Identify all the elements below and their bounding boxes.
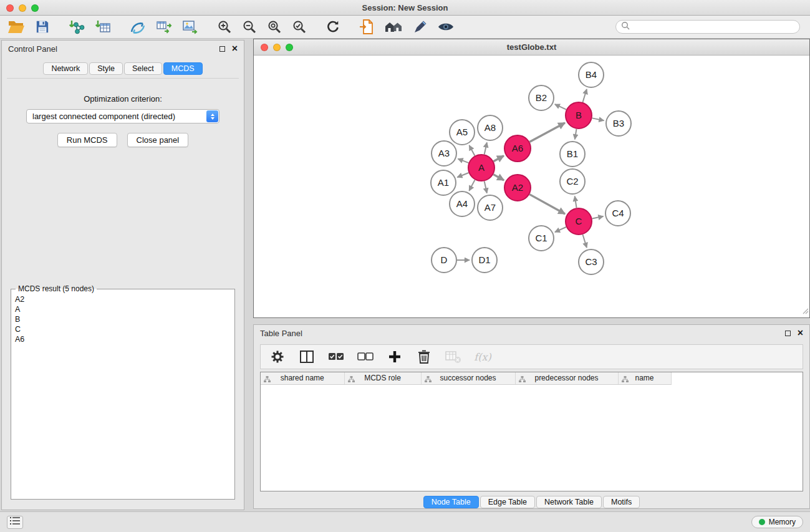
close-window-button[interactable]	[261, 44, 268, 51]
control-tab-network[interactable]: Network	[43, 62, 88, 75]
select-all-rows-button[interactable]	[327, 347, 345, 366]
graph-edge-A-A4[interactable]	[469, 180, 475, 190]
open-folder-button[interactable]	[7, 18, 26, 36]
zoom-selected-button[interactable]	[291, 18, 307, 36]
control-tab-select[interactable]: Select	[124, 62, 162, 75]
column-sort-icon	[519, 375, 526, 384]
export-image-icon	[182, 19, 198, 34]
graph-node-A4[interactable]: A4	[450, 191, 475, 216]
window-resize-grip[interactable]	[801, 306, 809, 317]
graph-node-B2[interactable]: B2	[529, 85, 554, 110]
graph-node-A6[interactable]: A6	[504, 135, 531, 162]
save-session-button[interactable]	[34, 18, 51, 36]
graph-node-B3[interactable]: B3	[606, 111, 631, 136]
graph-edge-A-A8[interactable]	[485, 142, 487, 154]
graph-edge-B-B4[interactable]	[582, 89, 586, 102]
graph-edge-B-B2[interactable]	[555, 104, 566, 110]
refresh-view-button[interactable]	[325, 18, 341, 36]
annotation-pen-button[interactable]	[412, 18, 428, 36]
zoom-fit-button[interactable]	[266, 18, 282, 36]
graph-edge-A-A3[interactable]	[458, 159, 468, 163]
graph-edge-A6-B[interactable]	[529, 123, 565, 142]
toolbar-group	[359, 18, 455, 36]
home-button[interactable]	[383, 18, 403, 36]
control-tab-mcds[interactable]: MCDS	[163, 62, 203, 75]
graph-edge-A2-C[interactable]	[529, 195, 565, 214]
export-image-button[interactable]	[181, 18, 199, 36]
graph-node-C3[interactable]: C3	[579, 249, 604, 274]
graph-edge-A-A6[interactable]	[493, 156, 504, 162]
graph-node-B1[interactable]: B1	[560, 142, 585, 167]
search-input[interactable]	[633, 22, 794, 31]
close-panel-button[interactable]: ×	[232, 46, 238, 52]
float-panel-button[interactable]	[785, 331, 791, 336]
column-header-label: MCDS role	[345, 374, 421, 382]
graph-node-C4[interactable]: C4	[605, 201, 630, 226]
show-panels-button[interactable]	[7, 516, 23, 529]
graph-node-A1[interactable]: A1	[431, 170, 456, 195]
column-header-successor-nodes[interactable]: successor nodes	[421, 372, 515, 384]
add-column-button[interactable]	[385, 347, 404, 366]
graph-edge-A-A1[interactable]	[457, 173, 468, 177]
new-network-button[interactable]	[129, 18, 147, 36]
zoom-window-button[interactable]	[31, 4, 39, 12]
table-tab-motifs[interactable]: Motifs	[603, 496, 640, 508]
zoom-window-button[interactable]	[286, 44, 293, 51]
minimize-window-button[interactable]	[273, 44, 281, 51]
graph-node-A8[interactable]: A8	[478, 115, 503, 140]
table-tab-network-table[interactable]: Network Table	[536, 496, 602, 508]
column-header-MCDS-role[interactable]: MCDS role	[344, 372, 421, 384]
zoom-in-button[interactable]	[216, 18, 233, 36]
graph-node-C2[interactable]: C2	[560, 169, 585, 194]
float-panel-button[interactable]	[219, 46, 225, 52]
import-network-from-file-button[interactable]	[68, 18, 85, 36]
graph-node-C1[interactable]: C1	[529, 226, 554, 251]
graph-edge-C-C1[interactable]	[555, 227, 566, 232]
graph-node-A2[interactable]: A2	[504, 175, 531, 201]
network-canvas[interactable]: B4B2BB3A5A8A6B1A3AC2A1A2A4A7C4CC1C3DD1	[254, 56, 809, 317]
graph-edge-C-C4[interactable]	[592, 216, 604, 219]
delete-selected-button[interactable]	[415, 347, 433, 366]
memory-button[interactable]: Memory	[751, 516, 803, 528]
settings-gear-button[interactable]	[268, 347, 287, 366]
graph-edge-C-C2[interactable]	[575, 196, 577, 208]
graph-edge-B-B1[interactable]	[575, 129, 577, 140]
close-panel-button[interactable]: ×	[798, 330, 803, 336]
table-tab-edge-table[interactable]: Edge Table	[480, 496, 535, 508]
graph-node-C[interactable]: C	[566, 208, 592, 235]
graph-node-D1[interactable]: D1	[472, 248, 497, 273]
window-title: Session: New Session	[0, 0, 810, 16]
minimize-window-button[interactable]	[19, 4, 26, 12]
graph-node-A7[interactable]: A7	[478, 195, 503, 220]
column-header-name[interactable]: name	[618, 372, 671, 384]
clone-table-button[interactable]	[155, 18, 173, 36]
graph-node-A3[interactable]: A3	[432, 141, 456, 166]
graph-node-A5[interactable]: A5	[450, 120, 475, 145]
graph-node-A[interactable]: A	[468, 155, 494, 181]
import-table-from-file-button[interactable]	[94, 18, 112, 36]
graph-edge-A-A7[interactable]	[485, 181, 487, 193]
zoom-out-button[interactable]	[241, 18, 258, 36]
graph-edge-C-C3[interactable]	[582, 235, 586, 248]
mcds-result-box: MCDS result (5 nodes) A2ABCA6	[11, 284, 235, 500]
graph-node-label: A7	[485, 202, 496, 213]
column-header-predecessor-nodes[interactable]: predecessor nodes	[515, 372, 618, 384]
network-graph-svg[interactable]: B4B2BB3A5A8A6B1A3AC2A1A2A4A7C4CC1C3DD1	[254, 56, 809, 317]
graph-node-B[interactable]: B	[566, 102, 592, 128]
graph-edge-A-A5[interactable]	[469, 145, 475, 156]
table-tab-node-table[interactable]: Node Table	[423, 496, 479, 508]
graph-node-B4[interactable]: B4	[579, 62, 604, 87]
control-tab-style[interactable]: Style	[89, 62, 123, 75]
optimization-dropdown[interactable]: largest connected component (directed)	[26, 109, 219, 123]
run-mcds-button[interactable]: Run MCDS	[57, 133, 117, 147]
close-panel-button[interactable]: Close panel	[127, 133, 189, 147]
graph-edge-A-A2[interactable]	[493, 175, 504, 180]
column-header-shared-name[interactable]: shared name	[261, 372, 344, 384]
export-document-button[interactable]	[359, 18, 375, 36]
deselect-all-rows-button[interactable]	[356, 347, 375, 366]
graph-node-D[interactable]: D	[432, 248, 456, 273]
show-columns-button[interactable]	[297, 347, 316, 366]
close-window-button[interactable]	[6, 4, 14, 12]
show-hide-button[interactable]	[437, 18, 455, 36]
graph-edge-B-B3[interactable]	[592, 118, 604, 120]
